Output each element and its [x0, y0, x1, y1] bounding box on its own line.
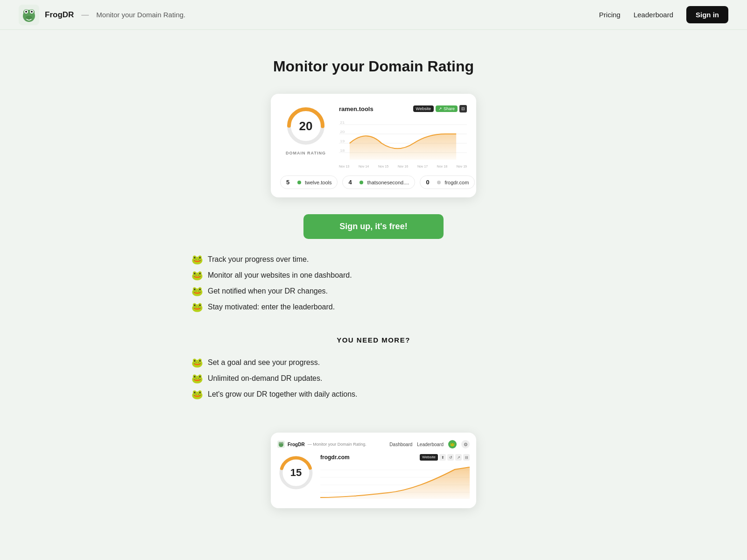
feature-item-2: 🐸 Get notified when your DR changes.: [191, 286, 352, 297]
nav-tagline: Monitor your Domain Rating.: [96, 11, 185, 19]
more-item-0: 🐸 Set a goal and see your progress.: [191, 357, 358, 368]
feature-text-0: Track your progress over time.: [208, 255, 309, 264]
hero-title: Monitor your Domain Rating: [273, 58, 474, 75]
x-label-5: Nov 18: [437, 165, 447, 168]
feature-item-1: 🐸 Monitor all your websites in one dashb…: [191, 270, 352, 281]
sc-gauge-number: 15: [290, 467, 302, 479]
x-label-4: Nov 17: [417, 165, 428, 168]
sc-chart-domain: frogdr.com: [320, 454, 350, 461]
sc-action4-icon[interactable]: ⊟: [463, 454, 470, 461]
nav-separator: —: [81, 11, 89, 19]
feature-text-3: Stay motivated: enter the leaderboard.: [208, 303, 335, 311]
sc-frog-icon: 🐸: [448, 440, 457, 448]
brand-name: FrogDR: [45, 10, 74, 20]
more-item-1: 🐸 Unlimited on-demand DR updates.: [191, 373, 358, 384]
feature-item-0: 🐸 Track your progress over time.: [191, 254, 352, 265]
sc-nav-leaderboard[interactable]: Leaderboard: [417, 442, 444, 447]
sc-card-inner: 15 frogdr.com Website ⬆ ↺ ↗ ⊟: [277, 454, 470, 502]
nav-link-leaderboard[interactable]: Leaderboard: [634, 11, 673, 19]
sc-website-badge[interactable]: Website: [420, 454, 438, 461]
sc-nav-left: FrogDR — Monitor your Domain Rating.: [277, 441, 366, 448]
website-badge[interactable]: Website: [413, 105, 434, 112]
frog-icon-0: 🐸: [191, 254, 203, 265]
frog-icon-2: 🐸: [191, 286, 203, 297]
svg-text:18: 18: [340, 148, 345, 153]
sc-chart-header: frogdr.com Website ⬆ ↺ ↗ ⊟: [320, 454, 470, 461]
sc-gauge-wrap: 15: [277, 454, 315, 491]
feature-item-3: 🐸 Stay motivated: enter the leaderboard.: [191, 301, 352, 313]
gauge-label: DOMAIN RATING: [286, 151, 326, 155]
svg-point-26: [282, 442, 283, 443]
feature-text-2: Get notified when your DR changes.: [208, 287, 328, 295]
sc-nav-dashboard[interactable]: Dashboard: [389, 442, 412, 447]
frog-icon-1: 🐸: [191, 270, 203, 281]
sc-action1-icon[interactable]: ⬆: [439, 454, 446, 461]
frog-icon-more-0: 🐸: [191, 357, 203, 368]
cta-button[interactable]: Sign up, it's free!: [303, 214, 444, 239]
sc-action2-icon[interactable]: ↺: [447, 454, 454, 461]
svg-point-7: [31, 11, 33, 13]
x-label-3: Nov 16: [398, 165, 408, 168]
frog-icon-more-2: 🐸: [191, 389, 203, 400]
more-text-0: Set a goal and see your progress.: [208, 358, 320, 367]
logo-icon: [19, 5, 39, 25]
site-name-2: frogdr.com: [444, 180, 469, 185]
chart-canvas: 21 20 19 18: [339, 115, 467, 162]
sc-nav-right: Dashboard Leaderboard 🐸 ⚙: [389, 440, 470, 448]
screenshot-card: FrogDR — Monitor your Domain Rating. Das…: [271, 433, 476, 508]
frog-icon-more-1: 🐸: [191, 373, 203, 384]
chart-badges: Website ↗ Share ⊟: [413, 105, 467, 112]
sc-gear-icon[interactable]: ⚙: [461, 440, 470, 448]
frog-icon-3: 🐸: [191, 301, 203, 313]
action-icon[interactable]: ⊟: [459, 105, 467, 112]
x-label-6: Nov 19: [457, 165, 467, 168]
sites-row: 5 twelve.tools 4 thatsonesecond.... 0 fr…: [280, 175, 467, 189]
chart-header: ramen.tools Website ↗ Share ⊟: [339, 105, 467, 112]
sc-chart-canvas: [320, 462, 470, 500]
sc-logo-icon: [277, 441, 285, 448]
gauge-wrap: 20: [285, 105, 327, 147]
nav-right: Pricing Leaderboard Sign in: [599, 6, 728, 23]
card-top: 20 DOMAIN RATING ramen.tools Website ↗ S…: [280, 105, 467, 168]
signin-button[interactable]: Sign in: [686, 6, 728, 23]
site-chip-2[interactable]: 0 frogdr.com: [420, 175, 475, 189]
more-text-2: Let's grow our DR together with daily ac…: [208, 390, 358, 399]
chart-x-labels: Nov 13 Nov 14 Nov 15 Nov 16 Nov 17 Nov 1…: [339, 165, 467, 168]
chart-domain: ramen.tools: [339, 105, 374, 112]
site-name-0: twelve.tools: [305, 180, 331, 185]
site-chip-0[interactable]: 5 twelve.tools: [280, 175, 338, 189]
site-chip-1[interactable]: 4 thatsonesecond....: [342, 175, 415, 189]
nav-left: FrogDR — Monitor your Domain Rating.: [19, 5, 185, 25]
site-score-1: 4: [348, 179, 356, 186]
more-item-2: 🐸 Let's grow our DR together with daily …: [191, 389, 358, 400]
x-label-0: Nov 13: [339, 165, 349, 168]
x-label-1: Nov 14: [359, 165, 369, 168]
share-badge[interactable]: ↗ Share: [436, 105, 458, 112]
feature-list: 🐸 Track your progress over time. 🐸 Monit…: [173, 254, 352, 317]
site-dot-1: [359, 181, 363, 184]
more-feature-list: 🐸 Set a goal and see your progress. 🐸 Un…: [173, 357, 358, 405]
sc-chart-section: frogdr.com Website ⬆ ↺ ↗ ⊟: [320, 454, 470, 502]
chart-section: ramen.tools Website ↗ Share ⊟: [339, 105, 467, 168]
gauge-number: 20: [299, 119, 313, 133]
gauge-section: 20 DOMAIN RATING: [280, 105, 331, 168]
site-score-0: 5: [286, 179, 294, 186]
site-dot-0: [297, 181, 301, 184]
main-nav: FrogDR — Monitor your Domain Rating. Pri…: [0, 0, 747, 30]
more-section-title: YOU NEED MORE?: [337, 336, 410, 344]
more-text-1: Unlimited on-demand DR updates.: [208, 374, 322, 383]
sc-brand: FrogDR: [288, 442, 305, 447]
sc-tagline: — Monitor your Domain Rating.: [308, 442, 366, 447]
svg-point-25: [280, 442, 281, 443]
sc-action3-icon[interactable]: ↗: [455, 454, 462, 461]
sc-badges: Website ⬆ ↺ ↗ ⊟: [420, 454, 470, 461]
svg-text:19: 19: [340, 139, 345, 143]
nav-link-pricing[interactable]: Pricing: [599, 11, 620, 19]
share-icon: ↗: [438, 106, 442, 111]
svg-point-6: [25, 11, 27, 13]
site-name-1: thatsonesecond....: [367, 180, 409, 185]
sc-nav: FrogDR — Monitor your Domain Rating. Das…: [277, 440, 470, 448]
dashboard-card: 20 DOMAIN RATING ramen.tools Website ↗ S…: [271, 94, 476, 197]
feature-text-1: Monitor all your websites in one dashboa…: [208, 271, 352, 280]
main-content: Monitor your Domain Rating 20 DOMAIN RAT…: [163, 30, 584, 527]
